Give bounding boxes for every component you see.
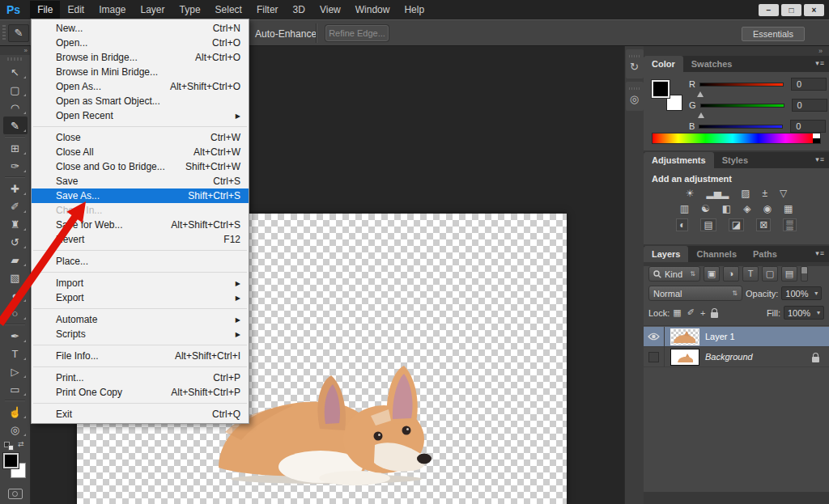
rectangle-tool[interactable]: ▭	[3, 380, 28, 398]
maximize-button[interactable]: □	[781, 4, 801, 16]
menu-item-browse-in-mini-bridge[interactable]: Browse in Mini Bridge...	[32, 65, 249, 79]
close-button[interactable]: ×	[804, 4, 824, 16]
menu-select[interactable]: Select	[208, 1, 249, 19]
history-brush-tool[interactable]: ↺	[3, 233, 28, 251]
background-thumbnail[interactable]	[670, 349, 699, 366]
toolbar-grip[interactable]	[7, 57, 23, 61]
blue-slider[interactable]	[699, 125, 783, 129]
menu-item-close-all[interactable]: Close AllAlt+Ctrl+W	[32, 145, 249, 159]
dock-collapse-icon[interactable]: »	[644, 46, 829, 56]
color-balance-icon[interactable]: ☯	[701, 203, 710, 214]
black-and-white-icon[interactable]: ◧	[722, 203, 731, 214]
tab-styles[interactable]: Styles	[714, 152, 756, 168]
menu-image[interactable]: Image	[91, 1, 133, 19]
layer-row-background[interactable]: Background	[644, 347, 829, 367]
menu-window[interactable]: Window	[348, 1, 397, 19]
lock-position-icon[interactable]: +	[700, 308, 705, 318]
swap-colors-icon[interactable]: ⇄	[18, 440, 24, 448]
menu-item-place[interactable]: Place...	[32, 254, 249, 269]
zoom-tool[interactable]: ◎	[3, 421, 28, 438]
eraser-tool[interactable]: ▰	[3, 251, 28, 269]
menu-help[interactable]: Help	[397, 1, 432, 19]
quick-selection-tool[interactable]: ✎	[3, 116, 28, 134]
menu-layer[interactable]: Layer	[134, 1, 172, 19]
menu-item-revert[interactable]: RevertF12	[32, 232, 249, 247]
menu-item-automate[interactable]: Automate▶	[32, 312, 249, 327]
current-tool-icon[interactable]: ✎	[8, 24, 29, 42]
levels-icon[interactable]: ▂▅▂	[706, 188, 729, 199]
foreground-color-swatch[interactable]	[3, 453, 19, 468]
menu-item-open-recent[interactable]: Open Recent▶	[32, 108, 249, 123]
photo-filter-icon[interactable]: ◈	[743, 203, 750, 214]
menu-view[interactable]: View	[312, 1, 348, 19]
menu-item-browse-in-bridge[interactable]: Browse in Bridge...Alt+Ctrl+O	[32, 50, 249, 65]
brush-tool[interactable]: ✐	[3, 197, 28, 215]
red-slider-thumb[interactable]	[697, 88, 704, 97]
panel-menu-icon[interactable]: ▾≡	[815, 249, 825, 257]
refine-edge-button[interactable]: Refine Edge...	[325, 25, 389, 41]
history-panel-button[interactable]: ↻	[626, 49, 644, 78]
selective-color-icon[interactable]: ⊠	[756, 218, 771, 231]
smart-object-filter-button[interactable]: ▤	[781, 266, 797, 282]
channel-mixer-icon[interactable]: ◉	[763, 203, 771, 214]
blue-value-field[interactable]: 0	[790, 120, 826, 133]
pixel-layer-filter-button[interactable]: ▣	[704, 266, 720, 282]
invert-icon[interactable]: ◐	[676, 218, 688, 231]
clone-stamp-tool[interactable]: ♜	[3, 215, 28, 233]
shape-layer-filter-button[interactable]: ▢	[762, 266, 778, 282]
lock-pixels-icon[interactable]: ✐	[687, 307, 695, 318]
menu-item-export[interactable]: Export▶	[32, 290, 249, 305]
spot-healing-brush-tool[interactable]: ✚	[3, 180, 28, 197]
layer-row-layer-1[interactable]: Layer 1	[644, 327, 829, 347]
lock-all-icon[interactable]	[711, 312, 718, 318]
menu-filter[interactable]: Filter	[249, 1, 286, 19]
menu-item-open-as-smart-object[interactable]: Open as Smart Object...	[32, 94, 249, 108]
workspace-essentials-button[interactable]: Essentials	[742, 27, 805, 41]
lock-transparency-icon[interactable]: ▦	[673, 307, 681, 318]
curves-icon[interactable]: ▨	[741, 188, 750, 199]
posterize-icon[interactable]: ▤	[700, 218, 716, 231]
type-tool[interactable]: T	[3, 345, 28, 362]
properties-panel-button[interactable]: ◎	[626, 82, 644, 111]
type-layer-filter-button[interactable]: T	[742, 266, 759, 282]
pen-tool[interactable]: ✒	[3, 327, 28, 345]
gradient-tool[interactable]: ▧	[3, 269, 28, 286]
menu-item-open[interactable]: Open...Ctrl+O	[32, 36, 249, 50]
opacity-field[interactable]: 100% ▾	[781, 286, 822, 300]
eyedropper-tool[interactable]: ✑	[3, 157, 28, 175]
auto-enhance-label[interactable]: Auto-Enhance	[255, 28, 317, 40]
vibrance-icon[interactable]: ▽	[780, 188, 787, 199]
rectangular-marquee-tool[interactable]: ▢	[3, 81, 28, 99]
layer-1-name[interactable]: Layer 1	[705, 332, 735, 341]
red-slider[interactable]	[699, 83, 784, 87]
tab-swatches[interactable]: Swatches	[683, 56, 741, 72]
move-tool[interactable]: ↖	[3, 63, 28, 81]
menu-item-exit[interactable]: ExitCtrl+Q	[32, 407, 249, 421]
color-spectrum-bar[interactable]	[652, 133, 821, 144]
menu-item-save[interactable]: SaveCtrl+S	[32, 174, 249, 188]
foreground-background-swatches[interactable]	[652, 80, 687, 116]
menu-item-close-and-go-to-bridge[interactable]: Close and Go to Bridge...Shift+Ctrl+W	[32, 159, 249, 174]
panel-menu-icon[interactable]: ▾≡	[815, 59, 825, 67]
tab-paths[interactable]: Paths	[745, 246, 785, 262]
layer-filter-kind-dropdown[interactable]: Kind ⇅	[648, 266, 700, 282]
panel-menu-icon[interactable]: ▾≡	[815, 155, 825, 163]
gradient-map-icon[interactable]: ▒	[783, 218, 797, 231]
menu-item-save-for-web[interactable]: Save for Web...Alt+Shift+Ctrl+S	[32, 218, 249, 232]
hue-saturation-icon[interactable]: ▥	[680, 203, 689, 214]
menu-type[interactable]: Type	[172, 1, 208, 19]
menu-item-print[interactable]: Print...Ctrl+P	[32, 371, 249, 385]
adjustment-layer-filter-button[interactable]: ◑	[723, 266, 739, 282]
minimize-button[interactable]: −	[759, 4, 779, 16]
blend-mode-dropdown[interactable]: Normal ⇅	[648, 286, 742, 301]
layer-1-thumbnail[interactable]	[670, 328, 699, 345]
menu-item-file-info[interactable]: File Info...Alt+Shift+Ctrl+I	[32, 349, 249, 363]
visibility-checkbox-empty[interactable]	[648, 352, 659, 362]
tab-color[interactable]: Color	[644, 56, 683, 72]
blur-tool[interactable]: ●	[3, 286, 28, 304]
red-value-field[interactable]: 0	[791, 78, 827, 91]
exposure-icon[interactable]: ±	[762, 188, 767, 199]
quick-mask-button[interactable]	[8, 489, 23, 499]
menu-item-close[interactable]: CloseCtrl+W	[32, 130, 249, 145]
threshold-icon[interactable]: ◪	[729, 218, 744, 231]
